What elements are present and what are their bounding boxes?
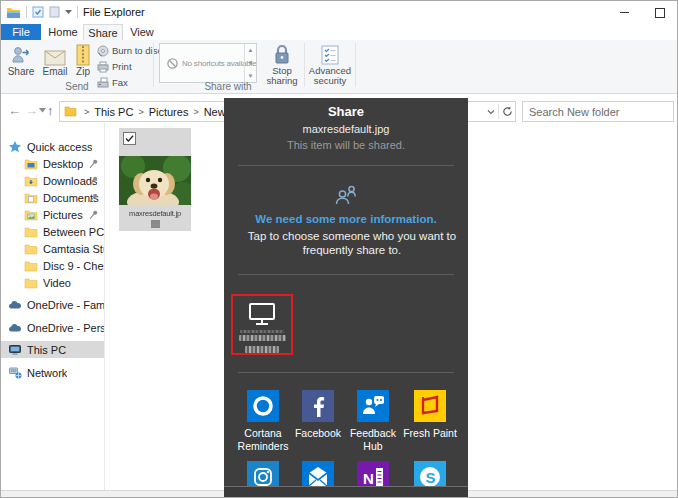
desktop-icon [24,157,38,171]
app-cortana-reminders[interactable]: Cortana Reminders [232,390,294,453]
new-folder-icon[interactable] [49,6,60,18]
breadcrumb-chevron[interactable]: > [84,107,89,117]
minimize-button[interactable] [609,1,639,24]
people-icon [224,182,468,208]
forward-button[interactable]: → [25,101,38,121]
sidebar-item-label: Video [43,277,71,289]
app-label: Fresh Paint [403,427,457,440]
pin-icon [88,175,99,186]
blurred-device-name [245,346,279,353]
sidebar-divider [104,123,105,490]
selection-checkbox[interactable] [123,132,136,145]
customize-toolbar-caret-icon[interactable] [65,10,72,15]
app-facebook[interactable]: Facebook [287,390,349,440]
recent-locations-caret-icon[interactable] [39,108,46,113]
pane-divider [238,372,454,373]
sidebar-item-this-pc[interactable]: This PC [1,341,104,358]
app-label: Facebook [295,427,341,440]
share-ribbon-button[interactable]: Share [5,42,37,77]
share-pane-info-text: Tap to choose someone who you want to fr… [230,229,474,257]
folder-icon [24,259,38,273]
file-name-label: maxresdefault.jp [119,209,191,218]
shortcuts-scroll-buttons[interactable]: ▲ ▼ ▼ [244,44,256,82]
breadcrumb-chevron[interactable]: > [138,107,143,117]
feedback-hub-icon [357,390,389,422]
app-feedback-hub[interactable]: Feedback Hub [342,390,404,453]
zip-button[interactable]: Zip [69,42,97,77]
email-button[interactable]: Email [39,42,71,77]
scroll-down-icon[interactable]: ▼ [245,57,256,70]
no-shortcuts-icon [167,58,178,69]
security-checklist-icon [308,42,352,66]
toolbar-divider [77,6,78,18]
facebook-icon [302,390,334,422]
tab-share[interactable]: Share [83,24,123,40]
pane-divider [238,165,454,166]
sidebar-item-network[interactable]: Network [1,364,104,381]
documents-icon [24,191,38,205]
pin-icon [88,209,99,220]
sidebar-item-disc-9[interactable]: Disc 9 - Chest & Sho [1,257,104,274]
pin-icon [88,192,99,203]
search-input[interactable] [522,101,674,122]
blurred-device-name [240,330,284,333]
sidebar-item-label: Disc 9 - Chest & Sho [43,260,104,272]
this-pc-icon [8,343,22,357]
scroll-up-icon[interactable]: ▲ [245,44,256,57]
puppy-photo-thumbnail [119,156,191,205]
send-group-label: Send [1,81,153,92]
sidebar-item-desktop[interactable]: Desktop [1,155,104,172]
cortana-reminders-icon [247,390,279,422]
sidebar-item-onedrive-family[interactable]: OneDrive - Family [1,296,104,313]
sidebar-item-between-pcs[interactable]: Between PCs [1,223,104,240]
breadcrumb-chevron[interactable]: > [193,107,198,117]
refresh-icon[interactable] [502,106,513,117]
tab-view[interactable]: View [125,24,159,40]
sidebar-item-quick-access[interactable]: Quick access [1,138,104,155]
share-with-group-label: Share with [153,81,303,92]
share-icon [5,42,37,66]
back-button[interactable]: ← [8,101,21,121]
maximize-button[interactable] [645,1,675,24]
stop-sharing-button[interactable]: Stop sharing [263,42,301,86]
network-icon [8,366,22,380]
file-item-maxresdefault[interactable]: maxresdefault.jp [119,128,191,231]
toolbar-divider [26,6,27,18]
tab-file[interactable]: File [1,24,41,40]
sidebar-item-label: Network [27,367,67,379]
file-explorer-window: File Explorer File Home Share View Share… [0,0,678,498]
pane-bottom-strip [224,487,468,498]
ribbon-tabs: File Home Share View [1,24,677,40]
quick-access-toolbar: File Explorer [6,4,145,20]
nearby-device-target[interactable] [231,294,293,355]
breadcrumb-folder-icon [64,106,77,117]
computer-icon [248,302,276,327]
advanced-security-button[interactable]: Advanced security [308,42,352,86]
share-pane-info-heading: We need some more information. [224,213,468,225]
sidebar-item-pictures[interactable]: Pictures [1,206,104,223]
fresh-paint-icon [414,390,446,422]
sidebar-item-label: OneDrive - Personal [27,322,104,334]
print-button[interactable]: Print [97,59,157,74]
folder-icon [24,225,38,239]
up-button[interactable]: ↑ [47,101,54,121]
share-with-shortcuts-box[interactable]: No shortcuts available ▲ ▼ ▼ [159,43,257,83]
breadcrumb-pictures[interactable]: Pictures [149,106,189,118]
tab-home[interactable]: Home [45,24,81,40]
share-pane: Share maxresdefault.jpg This item will b… [224,98,468,498]
sidebar-item-label: Desktop [43,158,83,170]
sidebar-item-camtasia-studio[interactable]: Camtasia Studio [1,240,104,257]
title-bar: File Explorer [1,1,677,24]
burn-to-disc-button[interactable]: Burn to disc [97,43,157,58]
pictures-icon [24,208,38,222]
sidebar-item-video[interactable]: Video [1,274,104,291]
share-pane-filename: maxresdefault.jpg [224,123,468,135]
app-fresh-paint[interactable]: Fresh Paint [399,390,461,440]
breadcrumb-this-pc[interactable]: This PC [94,106,133,118]
sidebar-item-downloads[interactable]: Downloads [1,172,104,189]
sidebar-item-documents[interactable]: Documents [1,189,104,206]
properties-icon[interactable] [32,6,44,18]
sidebar-item-onedrive-personal[interactable]: OneDrive - Personal [1,319,104,336]
disc-icon [97,45,109,57]
address-dropdown-icon[interactable] [487,109,495,115]
